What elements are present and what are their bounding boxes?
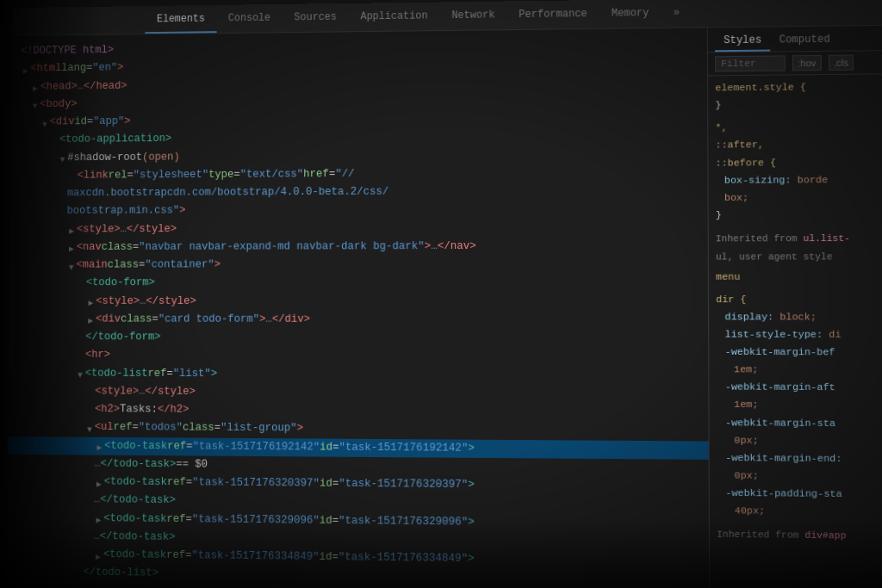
dom-line-link3: bootstrap.min.css " > [10, 200, 707, 220]
filter-bar: :hov .cls [708, 51, 882, 76]
tab-sources[interactable]: Sources [283, 3, 349, 32]
dom-line-hr: <hr> [9, 346, 708, 367]
dom-line-style1[interactable]: <style> … </style> [10, 219, 708, 238]
dom-panel: <!DOCTYPE html> <html lang = "en" > <hea… [6, 28, 710, 588]
dom-line-todo-form[interactable]: <todo-form> [9, 274, 708, 293]
dom-line-style2[interactable]: <style> … </style> [9, 292, 708, 311]
tab-styles[interactable]: Styles [715, 30, 771, 52]
universal-rule: *, ::after, ::before { box-sizing: borde… [715, 118, 882, 224]
styles-content: element.style { } *, ::after, ::before { [708, 74, 882, 551]
dom-line-nav[interactable]: <nav class = "navbar navbar-expand-md na… [10, 237, 708, 257]
filter-hov-button[interactable]: :hov [792, 55, 822, 71]
filter-cls-button[interactable]: .cls [829, 55, 854, 71]
main-area: <!DOCTYPE html> <html lang = "en" > <hea… [6, 26, 882, 588]
tab-network[interactable]: Network [439, 1, 506, 30]
tab-application[interactable]: Application [349, 2, 440, 31]
inherited-from-div: Inherited from div#app [717, 527, 882, 546]
tab-console[interactable]: Console [216, 4, 283, 33]
styles-tabs: Styles Computed [708, 26, 882, 53]
dom-line-div-card[interactable]: <div class = "card todo-form" > … </div> [9, 310, 708, 329]
tab-computed[interactable]: Computed [770, 30, 839, 52]
inherited-from-ul: Inherited from ul.list- [716, 231, 882, 248]
dir-rule: dir { display: block; list-style-type: d… [716, 291, 882, 522]
tab-performance[interactable]: Performance [506, 0, 599, 29]
dom-line-main[interactable]: <main class = "container" > [9, 256, 707, 275]
element-style-rule: element.style { } [715, 77, 881, 114]
dom-line-todo-form-close: </todo-form> [9, 328, 708, 348]
tab-more[interactable]: » [662, 0, 693, 28]
filter-input[interactable] [715, 55, 786, 71]
styles-panel: Styles Computed :hov .cls element.style … [708, 26, 882, 588]
menu-rule: menu [716, 268, 882, 286]
tab-elements[interactable]: Elements [145, 5, 216, 34]
tab-memory[interactable]: Memory [599, 0, 662, 28]
